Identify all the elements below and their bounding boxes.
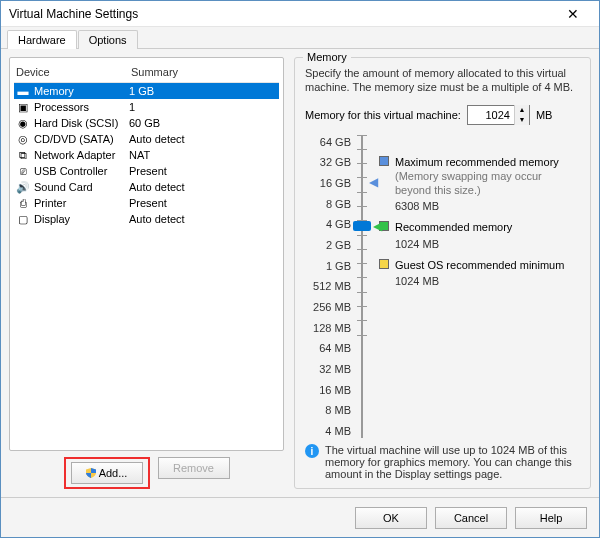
device-summary: 1 GB — [129, 85, 277, 97]
legend-rec-label: Recommended memory — [395, 220, 512, 234]
sound-icon: 🔊 — [16, 180, 30, 194]
device-name: Hard Disk (SCSI) — [34, 117, 129, 129]
column-header-device[interactable]: Device — [16, 66, 131, 78]
device-row-cd-dvd-sata-[interactable]: ◎CD/DVD (SATA)Auto detect — [14, 131, 279, 147]
memory-slider[interactable]: ◀ ◀ — [355, 135, 369, 438]
device-row-processors[interactable]: ▣Processors1 — [14, 99, 279, 115]
memory-spinbox[interactable]: ▲▼ — [467, 105, 530, 125]
cd-icon: ◎ — [16, 132, 30, 146]
hdd-icon: ◉ — [16, 116, 30, 130]
tick-label: 1 GB — [305, 259, 351, 273]
device-row-usb-controller[interactable]: ⎚USB ControllerPresent — [14, 163, 279, 179]
device-name: Processors — [34, 101, 129, 113]
tick-label: 16 MB — [305, 383, 351, 397]
shield-icon — [86, 468, 96, 478]
tick-label: 8 GB — [305, 197, 351, 211]
tick-label: 4 MB — [305, 424, 351, 438]
max-marker-icon: ◀ — [369, 177, 378, 187]
tick-label: 64 GB — [305, 135, 351, 149]
device-summary: Present — [129, 165, 277, 177]
legend-max-note: (Memory swapping may occur beyond this s… — [395, 169, 580, 198]
tick-label: 2 GB — [305, 238, 351, 252]
memory-description: Specify the amount of memory allocated t… — [305, 66, 580, 95]
device-name: USB Controller — [34, 165, 129, 177]
add-button[interactable]: Add... — [71, 462, 143, 484]
memory-input-label: Memory for this virtual machine: — [305, 109, 461, 121]
device-name: CD/DVD (SATA) — [34, 133, 129, 145]
ok-button[interactable]: OK — [355, 507, 427, 529]
net-icon: ⧉ — [16, 148, 30, 162]
legend-rec-value: 1024 MB — [379, 238, 580, 250]
tab-options[interactable]: Options — [78, 30, 138, 49]
info-icon: i — [305, 444, 319, 458]
window-title: Virtual Machine Settings — [9, 7, 553, 21]
tick-label: 32 MB — [305, 362, 351, 376]
legend-min-swatch — [379, 259, 389, 269]
device-name: Memory — [34, 85, 129, 97]
device-row-printer[interactable]: ⎙PrinterPresent — [14, 195, 279, 211]
memory-group: Memory Specify the amount of memory allo… — [294, 57, 591, 489]
tick-label: 512 MB — [305, 279, 351, 293]
column-header-summary[interactable]: Summary — [131, 66, 277, 78]
device-summary: Auto detect — [129, 213, 277, 225]
device-name: Display — [34, 213, 129, 225]
memory-unit: MB — [536, 109, 553, 121]
printer-icon: ⎙ — [16, 196, 30, 210]
help-button[interactable]: Help — [515, 507, 587, 529]
device-summary: Present — [129, 197, 277, 209]
spin-down-icon[interactable]: ▼ — [515, 115, 529, 125]
add-button-highlight: Add... — [64, 457, 150, 489]
tick-label: 4 GB — [305, 217, 351, 231]
device-row-memory[interactable]: ▬Memory1 GB — [14, 83, 279, 99]
tab-hardware[interactable]: Hardware — [7, 30, 77, 49]
add-button-label: Add... — [99, 467, 128, 479]
memory-icon: ▬ — [16, 84, 30, 98]
device-row-hard-disk-scsi-[interactable]: ◉Hard Disk (SCSI)60 GB — [14, 115, 279, 131]
legend-max-swatch — [379, 156, 389, 166]
memory-group-title: Memory — [303, 51, 351, 63]
device-summary: 1 — [129, 101, 277, 113]
processors-icon: ▣ — [16, 100, 30, 114]
tick-label: 8 MB — [305, 403, 351, 417]
tick-label: 256 MB — [305, 300, 351, 314]
device-summary: Auto detect — [129, 181, 277, 193]
cancel-button[interactable]: Cancel — [435, 507, 507, 529]
device-summary: 60 GB — [129, 117, 277, 129]
device-summary: Auto detect — [129, 133, 277, 145]
device-name: Network Adapter — [34, 149, 129, 161]
device-list-frame: Device Summary ▬Memory1 GB▣Processors1◉H… — [9, 57, 284, 451]
usb-icon: ⎚ — [16, 164, 30, 178]
legend-min-label: Guest OS recommended minimum — [395, 258, 564, 272]
spin-up-icon[interactable]: ▲ — [515, 105, 529, 115]
tick-label: 128 MB — [305, 321, 351, 335]
legend-max-value: 6308 MB — [379, 200, 580, 212]
remove-button: Remove — [158, 457, 230, 479]
device-row-network-adapter[interactable]: ⧉Network AdapterNAT — [14, 147, 279, 163]
tick-label: 32 GB — [305, 155, 351, 169]
device-name: Printer — [34, 197, 129, 209]
device-row-display[interactable]: ▢DisplayAuto detect — [14, 211, 279, 227]
legend-max-label: Maximum recommended memory — [395, 155, 580, 169]
display-icon: ▢ — [16, 212, 30, 226]
rec-marker-icon: ◀ — [373, 221, 382, 231]
device-row-sound-card[interactable]: 🔊Sound CardAuto detect — [14, 179, 279, 195]
close-button[interactable]: ✕ — [553, 1, 593, 26]
legend-min-value: 1024 MB — [379, 275, 580, 287]
memory-input[interactable] — [468, 109, 514, 121]
device-name: Sound Card — [34, 181, 129, 193]
tick-label: 16 GB — [305, 176, 351, 190]
slider-thumb[interactable] — [353, 221, 371, 231]
memory-info-text: The virtual machine will use up to 1024 … — [325, 444, 580, 480]
tick-label: 64 MB — [305, 341, 351, 355]
device-summary: NAT — [129, 149, 277, 161]
